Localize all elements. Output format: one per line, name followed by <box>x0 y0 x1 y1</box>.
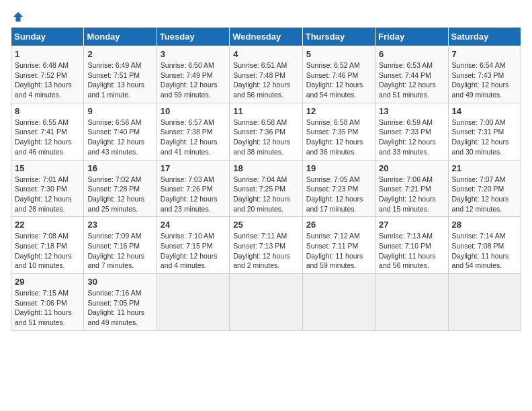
day-info: Sunrise: 6:55 AM Sunset: 7:41 PM Dayligh… <box>15 118 80 157</box>
day-info: Sunrise: 6:53 AM Sunset: 7:44 PM Dayligh… <box>379 60 444 100</box>
day-number: 13 <box>379 106 444 116</box>
day-number: 25 <box>233 220 298 230</box>
calendar-cell: 6Sunrise: 6:53 AM Sunset: 7:44 PM Daylig… <box>375 46 448 103</box>
calendar-cell: 18Sunrise: 7:04 AM Sunset: 7:25 PM Dayli… <box>230 160 302 217</box>
calendar-cell: 3Sunrise: 6:50 AM Sunset: 7:49 PM Daylig… <box>157 46 229 103</box>
svg-marker-0 <box>13 12 23 21</box>
calendar-cell: 17Sunrise: 7:03 AM Sunset: 7:26 PM Dayli… <box>157 160 229 217</box>
day-number: 5 <box>306 49 371 59</box>
day-info: Sunrise: 6:56 AM Sunset: 7:40 PM Dayligh… <box>87 118 152 157</box>
day-info: Sunrise: 7:15 AM Sunset: 7:06 PM Dayligh… <box>15 288 80 328</box>
day-info: Sunrise: 7:00 AM Sunset: 7:31 PM Dayligh… <box>452 118 517 157</box>
header-monday: Monday <box>84 28 157 46</box>
day-info: Sunrise: 7:10 AM Sunset: 7:15 PM Dayligh… <box>161 231 226 271</box>
calendar-cell: 24Sunrise: 7:10 AM Sunset: 7:15 PM Dayli… <box>157 217 229 274</box>
calendar-week-5: 29Sunrise: 7:15 AM Sunset: 7:06 PM Dayli… <box>11 274 521 331</box>
day-number: 1 <box>15 49 80 59</box>
day-number: 26 <box>306 220 371 230</box>
day-number: 4 <box>233 49 298 59</box>
day-number: 16 <box>87 163 152 173</box>
calendar-cell: 27Sunrise: 7:13 AM Sunset: 7:10 PM Dayli… <box>375 217 448 274</box>
calendar-cell: 7Sunrise: 6:54 AM Sunset: 7:43 PM Daylig… <box>448 46 521 103</box>
day-number: 6 <box>379 49 444 59</box>
day-number: 10 <box>161 106 226 116</box>
day-number: 30 <box>87 277 152 287</box>
day-info: Sunrise: 6:49 AM Sunset: 7:51 PM Dayligh… <box>87 60 152 100</box>
day-info: Sunrise: 6:50 AM Sunset: 7:49 PM Dayligh… <box>161 60 226 100</box>
header-saturday: Saturday <box>448 28 521 46</box>
day-info: Sunrise: 6:48 AM Sunset: 7:52 PM Dayligh… <box>15 60 80 100</box>
calendar-week-1: 1Sunrise: 6:48 AM Sunset: 7:52 PM Daylig… <box>11 46 521 103</box>
day-info: Sunrise: 7:12 AM Sunset: 7:11 PM Dayligh… <box>306 231 371 271</box>
day-info: Sunrise: 6:54 AM Sunset: 7:43 PM Dayligh… <box>452 60 517 100</box>
calendar-week-4: 22Sunrise: 7:08 AM Sunset: 7:18 PM Dayli… <box>11 217 521 274</box>
calendar-cell: 14Sunrise: 7:00 AM Sunset: 7:31 PM Dayli… <box>448 103 521 160</box>
day-info: Sunrise: 7:04 AM Sunset: 7:25 PM Dayligh… <box>233 175 298 214</box>
calendar-cell: 22Sunrise: 7:08 AM Sunset: 7:18 PM Dayli… <box>11 217 84 274</box>
calendar-table: SundayMondayTuesdayWednesdayThursdayFrid… <box>11 27 521 331</box>
calendar-cell: 30Sunrise: 7:16 AM Sunset: 7:05 PM Dayli… <box>84 274 157 331</box>
calendar-cell <box>375 274 448 331</box>
calendar-cell <box>302 274 375 331</box>
header-thursday: Thursday <box>302 28 375 46</box>
calendar-cell: 25Sunrise: 7:11 AM Sunset: 7:13 PM Dayli… <box>230 217 302 274</box>
calendar-cell: 12Sunrise: 6:58 AM Sunset: 7:35 PM Dayli… <box>302 103 375 160</box>
day-number: 17 <box>161 163 226 173</box>
day-info: Sunrise: 7:07 AM Sunset: 7:20 PM Dayligh… <box>452 175 517 214</box>
day-info: Sunrise: 7:03 AM Sunset: 7:26 PM Dayligh… <box>161 175 226 214</box>
logo-icon <box>12 11 24 23</box>
day-number: 29 <box>15 277 80 287</box>
page-header <box>11 11 521 20</box>
calendar-cell: 5Sunrise: 6:52 AM Sunset: 7:46 PM Daylig… <box>302 46 375 103</box>
day-number: 24 <box>161 220 226 230</box>
calendar-cell <box>157 274 229 331</box>
day-number: 11 <box>233 106 298 116</box>
day-number: 21 <box>452 163 517 173</box>
day-info: Sunrise: 6:52 AM Sunset: 7:46 PM Dayligh… <box>306 60 371 100</box>
day-info: Sunrise: 7:02 AM Sunset: 7:28 PM Dayligh… <box>87 175 152 214</box>
calendar-cell: 1Sunrise: 6:48 AM Sunset: 7:52 PM Daylig… <box>11 46 84 103</box>
calendar-cell: 21Sunrise: 7:07 AM Sunset: 7:20 PM Dayli… <box>448 160 521 217</box>
day-number: 28 <box>452 220 517 230</box>
day-number: 12 <box>306 106 371 116</box>
day-info: Sunrise: 7:01 AM Sunset: 7:30 PM Dayligh… <box>15 175 80 214</box>
calendar-cell: 29Sunrise: 7:15 AM Sunset: 7:06 PM Dayli… <box>11 274 84 331</box>
calendar-cell: 26Sunrise: 7:12 AM Sunset: 7:11 PM Dayli… <box>302 217 375 274</box>
calendar-cell: 8Sunrise: 6:55 AM Sunset: 7:41 PM Daylig… <box>11 103 84 160</box>
calendar-cell: 2Sunrise: 6:49 AM Sunset: 7:51 PM Daylig… <box>84 46 157 103</box>
day-info: Sunrise: 6:51 AM Sunset: 7:48 PM Dayligh… <box>233 60 298 100</box>
calendar-cell <box>448 274 521 331</box>
calendar-week-3: 15Sunrise: 7:01 AM Sunset: 7:30 PM Dayli… <box>11 160 521 217</box>
calendar-cell: 23Sunrise: 7:09 AM Sunset: 7:16 PM Dayli… <box>84 217 157 274</box>
day-number: 14 <box>452 106 517 116</box>
day-number: 8 <box>15 106 80 116</box>
day-number: 7 <box>452 49 517 59</box>
header-friday: Friday <box>375 28 448 46</box>
day-number: 27 <box>379 220 444 230</box>
calendar-cell: 15Sunrise: 7:01 AM Sunset: 7:30 PM Dayli… <box>11 160 84 217</box>
day-number: 15 <box>15 163 80 173</box>
day-info: Sunrise: 7:14 AM Sunset: 7:08 PM Dayligh… <box>452 231 517 271</box>
day-number: 19 <box>306 163 371 173</box>
day-info: Sunrise: 6:59 AM Sunset: 7:33 PM Dayligh… <box>379 118 444 157</box>
day-info: Sunrise: 7:09 AM Sunset: 7:16 PM Dayligh… <box>87 231 152 271</box>
day-number: 18 <box>233 163 298 173</box>
day-number: 22 <box>15 220 80 230</box>
calendar-cell: 16Sunrise: 7:02 AM Sunset: 7:28 PM Dayli… <box>84 160 157 217</box>
day-info: Sunrise: 7:11 AM Sunset: 7:13 PM Dayligh… <box>233 231 298 271</box>
day-info: Sunrise: 7:05 AM Sunset: 7:23 PM Dayligh… <box>306 175 371 214</box>
calendar-week-2: 8Sunrise: 6:55 AM Sunset: 7:41 PM Daylig… <box>11 103 521 160</box>
day-number: 3 <box>161 49 226 59</box>
day-info: Sunrise: 6:58 AM Sunset: 7:36 PM Dayligh… <box>233 118 298 157</box>
day-info: Sunrise: 7:13 AM Sunset: 7:10 PM Dayligh… <box>379 231 444 271</box>
day-info: Sunrise: 7:06 AM Sunset: 7:21 PM Dayligh… <box>379 175 444 214</box>
calendar-cell: 20Sunrise: 7:06 AM Sunset: 7:21 PM Dayli… <box>375 160 448 217</box>
calendar-cell: 28Sunrise: 7:14 AM Sunset: 7:08 PM Dayli… <box>448 217 521 274</box>
day-number: 20 <box>379 163 444 173</box>
calendar-cell: 4Sunrise: 6:51 AM Sunset: 7:48 PM Daylig… <box>230 46 302 103</box>
calendar-cell: 11Sunrise: 6:58 AM Sunset: 7:36 PM Dayli… <box>230 103 302 160</box>
day-info: Sunrise: 7:08 AM Sunset: 7:18 PM Dayligh… <box>15 231 80 271</box>
header-tuesday: Tuesday <box>157 28 229 46</box>
day-info: Sunrise: 6:57 AM Sunset: 7:38 PM Dayligh… <box>161 118 226 157</box>
header-sunday: Sunday <box>11 28 84 46</box>
